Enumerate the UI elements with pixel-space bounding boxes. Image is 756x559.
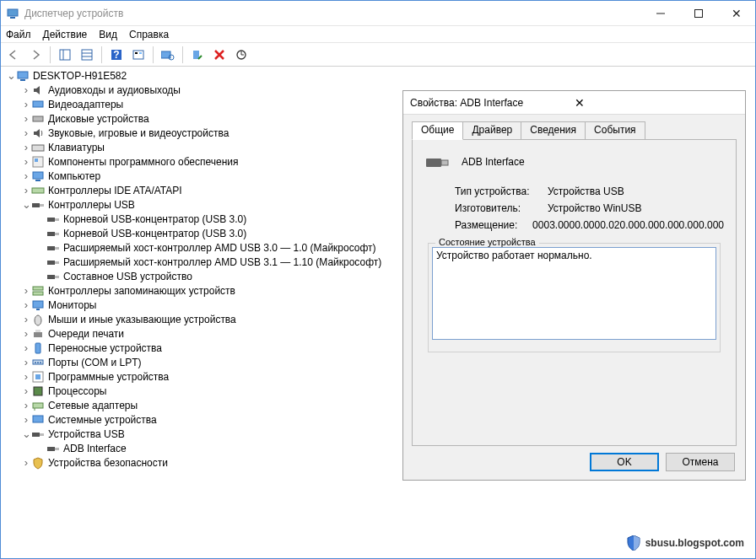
expand-icon[interactable]: › <box>21 112 31 125</box>
svg-rect-47 <box>35 343 40 353</box>
menubar: Файл Действие Вид Справка <box>1 26 755 43</box>
app-icon <box>6 7 19 20</box>
device-category-icon <box>31 284 45 298</box>
expand-icon[interactable] <box>36 241 46 254</box>
svg-rect-27 <box>32 188 44 193</box>
minimize-button[interactable] <box>641 1 679 25</box>
menu-file[interactable]: Файл <box>6 29 31 40</box>
value-location: 0003.0000.0000.020.000.000.000.000.000 <box>532 219 724 231</box>
menu-action[interactable]: Действие <box>43 29 88 40</box>
shield-icon <box>627 535 640 551</box>
ok-button[interactable]: OK <box>590 453 659 471</box>
expand-icon[interactable]: › <box>21 456 31 469</box>
device-category-icon <box>31 112 45 126</box>
svg-rect-28 <box>32 203 40 207</box>
collapse-icon[interactable]: ⌄ <box>6 69 16 82</box>
svg-rect-12 <box>135 52 138 54</box>
expand-icon[interactable] <box>36 227 46 239</box>
expand-icon[interactable]: › <box>21 284 31 297</box>
svg-rect-60 <box>47 447 55 451</box>
expand-icon[interactable]: › <box>21 141 31 153</box>
expand-icon[interactable]: › <box>21 169 31 182</box>
tab-2[interactable]: Сведения <box>521 121 586 140</box>
back-button[interactable] <box>4 46 23 64</box>
tab-3[interactable]: События <box>585 121 645 140</box>
svg-rect-42 <box>33 301 43 308</box>
svg-rect-35 <box>55 247 59 250</box>
expand-icon[interactable]: › <box>21 155 31 168</box>
svg-rect-1 <box>10 17 15 19</box>
expand-icon[interactable]: › <box>21 356 31 368</box>
expand-icon[interactable]: › <box>21 327 31 340</box>
help-button[interactable]: ? <box>107 46 126 64</box>
device-category-icon <box>31 169 45 183</box>
svg-point-49 <box>35 362 36 363</box>
device-status-group: Состояние устройства <box>428 243 721 352</box>
expand-icon[interactable]: ⌄ <box>21 198 31 211</box>
expand-icon[interactable] <box>36 442 46 454</box>
tab-0[interactable]: Общие <box>412 121 463 140</box>
dialog-close-button[interactable]: ✕ <box>571 96 739 110</box>
svg-rect-3 <box>694 9 702 17</box>
svg-rect-62 <box>426 159 441 167</box>
menu-view[interactable]: Вид <box>99 29 117 40</box>
expand-icon[interactable] <box>36 212 46 225</box>
expand-icon[interactable]: › <box>21 399 31 411</box>
expand-icon[interactable]: › <box>21 413 31 426</box>
expand-icon[interactable]: › <box>21 313 31 325</box>
expand-icon[interactable]: › <box>21 370 31 383</box>
tab-1[interactable]: Драйвер <box>462 121 521 140</box>
value-device-type: Устройства USB <box>548 185 624 197</box>
show-all-button[interactable] <box>129 46 148 64</box>
enable-device-button[interactable] <box>188 46 207 64</box>
uninstall-device-button[interactable] <box>210 46 229 64</box>
expand-icon[interactable]: ⌄ <box>21 427 31 440</box>
window-title: Диспетчер устройств <box>24 8 641 19</box>
tree-root[interactable]: ⌄ DESKTOP-H91E582 <box>6 68 752 83</box>
computer-icon <box>16 69 30 83</box>
menu-help[interactable]: Справка <box>129 29 169 40</box>
expand-icon[interactable] <box>36 270 46 282</box>
show-hide-tree-button[interactable] <box>56 46 74 64</box>
expand-icon[interactable]: › <box>21 126 31 139</box>
device-category-icon <box>46 442 60 455</box>
svg-rect-34 <box>47 246 55 250</box>
svg-rect-18 <box>18 72 28 78</box>
svg-rect-30 <box>47 218 55 222</box>
svg-rect-11 <box>133 51 143 59</box>
svg-text:?: ? <box>113 49 119 61</box>
svg-rect-59 <box>40 433 44 436</box>
device-category-icon <box>31 327 45 341</box>
svg-point-51 <box>40 362 41 363</box>
update-driver-button[interactable] <box>232 46 251 64</box>
svg-rect-29 <box>40 204 44 207</box>
device-category-icon <box>31 427 45 441</box>
device-category-icon <box>31 356 45 369</box>
expand-icon[interactable]: › <box>21 298 31 311</box>
properties-button[interactable] <box>78 46 96 64</box>
svg-rect-25 <box>33 172 43 179</box>
expand-icon[interactable]: › <box>21 184 31 196</box>
svg-rect-0 <box>8 9 18 16</box>
device-category-icon <box>31 413 45 427</box>
device-category-icon <box>31 370 45 384</box>
expand-icon[interactable]: › <box>21 98 31 110</box>
toolbar: ? <box>1 43 755 67</box>
watermark: sbusu.blogspot.com <box>627 535 744 551</box>
expand-icon[interactable] <box>36 255 46 268</box>
device-category-icon <box>31 341 45 355</box>
maximize-button[interactable] <box>679 1 717 25</box>
device-category-icon <box>46 270 60 283</box>
expand-icon[interactable]: › <box>21 83 31 96</box>
device-name: ADB Interface <box>462 156 525 168</box>
expand-icon[interactable]: › <box>21 341 31 354</box>
device-status-text[interactable] <box>432 247 716 340</box>
svg-rect-38 <box>47 275 55 279</box>
close-button[interactable]: ✕ <box>717 1 755 25</box>
scan-hardware-button[interactable] <box>159 46 177 64</box>
forward-button[interactable] <box>26 46 45 64</box>
status-legend: Состояние устройства <box>435 237 539 247</box>
device-category-icon <box>31 141 45 154</box>
cancel-button[interactable]: Отмена <box>666 453 735 471</box>
expand-icon[interactable]: › <box>21 384 31 397</box>
